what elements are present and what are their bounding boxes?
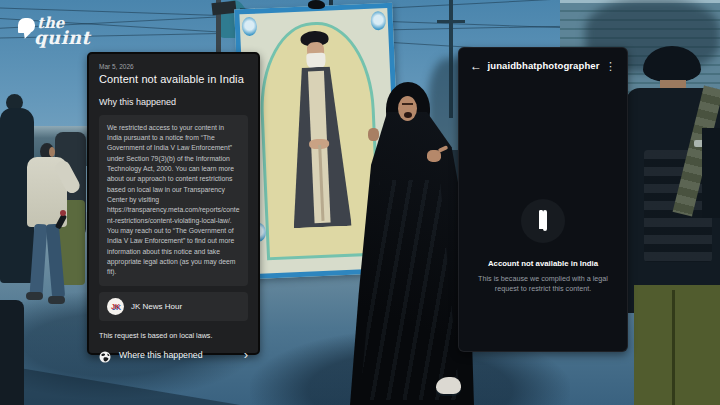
- microphone-tip: [60, 210, 66, 216]
- notice-body-text: We restricted access to your content in …: [107, 123, 240, 278]
- reporter-shoe: [48, 296, 65, 304]
- account-name: JK News Hour: [131, 302, 182, 311]
- crow: [308, 0, 325, 9]
- poster-medallion: [242, 17, 258, 37]
- notice-title: Content not available in India: [99, 73, 248, 86]
- restriction-notice-card: Mar 5, 2026 Content not available in Ind…: [87, 52, 260, 355]
- local-laws-note: This request is based on local laws.: [99, 331, 248, 340]
- lock-icon: [539, 212, 547, 230]
- kebab-menu-icon[interactable]: ⋮: [605, 61, 616, 71]
- screenshot-root: the quint Mar 5, 2026 Content not availa…: [0, 0, 720, 405]
- guard-pants-seam: [672, 290, 675, 405]
- street-light-fixture: [211, 1, 236, 15]
- chevron-right-icon: ›: [244, 350, 248, 360]
- account-unavailable-message: Account not available in India This is b…: [459, 199, 627, 294]
- poster-medallion: [370, 11, 386, 31]
- protester-woman-brow: [402, 103, 413, 105]
- notice-date: Mar 5, 2026: [99, 63, 248, 70]
- back-arrow-icon[interactable]: ←: [470, 61, 482, 71]
- notice-section-heading: Why this happened: [99, 97, 248, 107]
- lock-circle: [521, 199, 565, 243]
- instagram-profile-card: ← junaidbhatphotographer ⋮ Account not a…: [458, 47, 628, 352]
- quint-speech-bubble-tail: [21, 30, 31, 40]
- reporter-shoe: [26, 292, 43, 300]
- where-this-happened-row[interactable]: Where this happened ›: [99, 349, 248, 361]
- pole-crossbar: [437, 20, 465, 23]
- reporter-face: [49, 147, 55, 157]
- notice-body-panel: We restricted access to your content in …: [99, 115, 248, 286]
- where-this-happened-label: Where this happened: [119, 350, 203, 360]
- profile-username: junaidbhatphotographer: [488, 60, 600, 71]
- hand-holding-poster: [368, 128, 379, 141]
- quint-logo-quint: quint: [34, 27, 90, 48]
- profile-header: ← junaidbhatphotographer ⋮: [459, 48, 627, 71]
- white-shoe: [436, 377, 461, 394]
- globe-icon: [99, 349, 111, 361]
- affected-account-row[interactable]: JK JK News Hour: [99, 292, 248, 321]
- account-unavailable-subtext: This is because we complied with a legal…: [477, 274, 609, 294]
- account-avatar: JK: [107, 298, 124, 315]
- bystander-silhouette: [702, 128, 720, 218]
- guard-olive-pants: [634, 285, 720, 405]
- protester-woman-mouth: [404, 112, 412, 118]
- account-unavailable-heading: Account not available in India: [488, 259, 598, 268]
- bystander-silhouette: [0, 300, 24, 405]
